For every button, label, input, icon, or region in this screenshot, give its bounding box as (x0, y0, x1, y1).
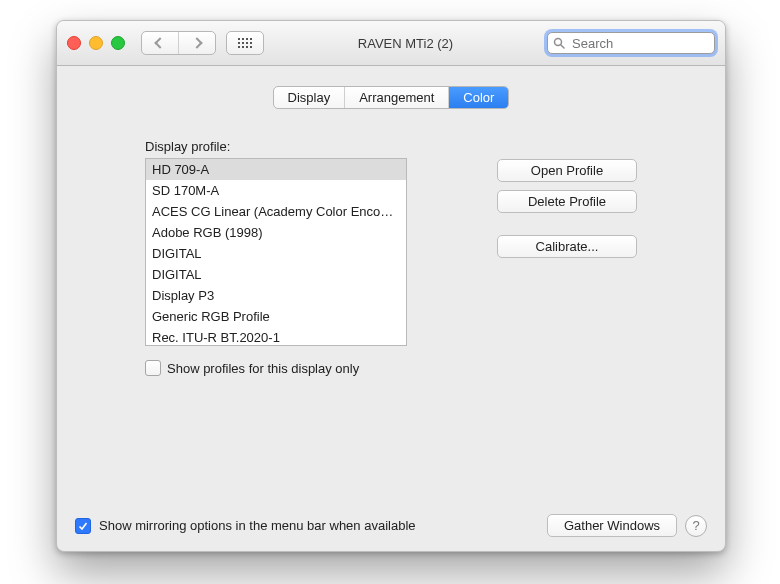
list-item[interactable]: ACES CG Linear (Academy Color Encoding S… (146, 201, 406, 222)
help-button[interactable]: ? (685, 515, 707, 537)
window-body: Display Arrangement Color Display profil… (57, 66, 725, 390)
close-window-button[interactable] (67, 36, 81, 50)
show-profiles-display-only-checkbox[interactable] (145, 360, 161, 376)
preferences-window: RAVEN MTi2 (2) Display Arrangement Color… (56, 20, 726, 552)
window-toolbar: RAVEN MTi2 (2) (57, 21, 725, 66)
window-footer: Show mirroring options in the menu bar w… (57, 502, 725, 551)
show-profiles-display-only-row: Show profiles for this display only (75, 360, 707, 376)
tab-bar: Display Arrangement Color (75, 86, 707, 109)
back-button[interactable] (142, 32, 179, 54)
window-controls (67, 36, 125, 50)
list-item[interactable]: Rec. ITU-R BT.2020-1 (146, 327, 406, 346)
svg-line-1 (561, 45, 564, 48)
chevron-right-icon (191, 37, 202, 48)
forward-button[interactable] (179, 32, 215, 54)
search-input[interactable] (547, 32, 715, 54)
minimize-window-button[interactable] (89, 36, 103, 50)
list-item[interactable]: Display P3 (146, 285, 406, 306)
open-profile-button[interactable]: Open Profile (497, 159, 637, 182)
nav-back-forward (141, 31, 216, 55)
grid-icon (238, 38, 252, 48)
list-item[interactable]: SD 170M-A (146, 180, 406, 201)
show-all-button[interactable] (226, 31, 264, 55)
tab-color[interactable]: Color (449, 87, 508, 108)
help-icon: ? (692, 518, 699, 533)
window-title: RAVEN MTi2 (2) (274, 36, 537, 51)
mirroring-label: Show mirroring options in the menu bar w… (99, 518, 416, 533)
list-item[interactable]: HD 709-A (146, 159, 406, 180)
list-item[interactable]: DIGITAL (146, 243, 406, 264)
list-item[interactable]: Generic RGB Profile (146, 306, 406, 327)
show-profiles-display-only-label: Show profiles for this display only (167, 361, 359, 376)
gather-windows-button[interactable]: Gather Windows (547, 514, 677, 537)
chevron-left-icon (154, 37, 165, 48)
list-item[interactable]: DIGITAL (146, 264, 406, 285)
tab-display[interactable]: Display (274, 87, 346, 108)
svg-point-0 (555, 39, 562, 46)
search-field-wrap (547, 32, 715, 54)
zoom-window-button[interactable] (111, 36, 125, 50)
tab-arrangement[interactable]: Arrangement (345, 87, 449, 108)
mirroring-checkbox[interactable] (75, 518, 91, 534)
list-item[interactable]: Adobe RGB (1998) (146, 222, 406, 243)
color-pane: Display profile: HD 709-A SD 170M-A ACES… (75, 139, 707, 346)
display-profile-label: Display profile: (145, 139, 410, 154)
display-profile-list[interactable]: HD 709-A SD 170M-A ACES CG Linear (Acade… (145, 158, 407, 346)
calibrate-button[interactable]: Calibrate... (497, 235, 637, 258)
delete-profile-button[interactable]: Delete Profile (497, 190, 637, 213)
search-icon (553, 37, 565, 49)
